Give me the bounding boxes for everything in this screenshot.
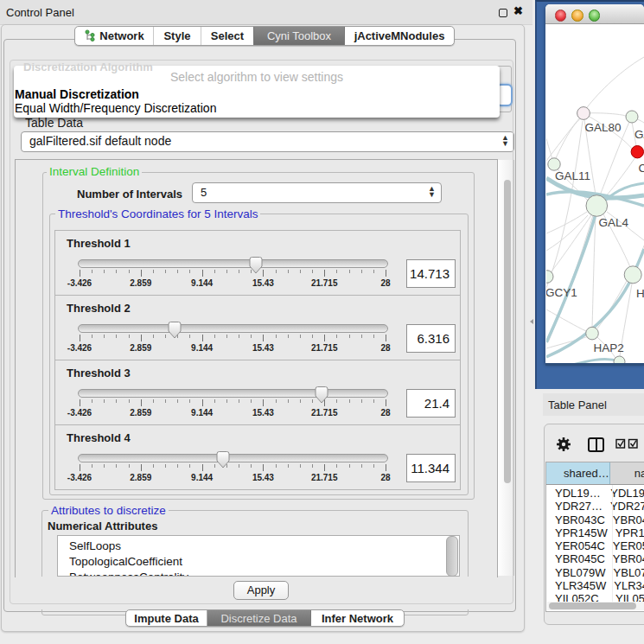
svg-text:GCY1: GCY1 xyxy=(546,286,577,299)
svg-text:GA: GA xyxy=(634,128,644,141)
svg-text:GAL80: GAL80 xyxy=(585,121,622,134)
svg-text:GAL11: GAL11 xyxy=(555,169,590,182)
svg-text:HAP2: HAP2 xyxy=(594,341,624,354)
svg-text:GAL4: GAL4 xyxy=(599,216,629,229)
svg-text:H: H xyxy=(636,287,644,300)
svg-text:C: C xyxy=(639,162,644,175)
